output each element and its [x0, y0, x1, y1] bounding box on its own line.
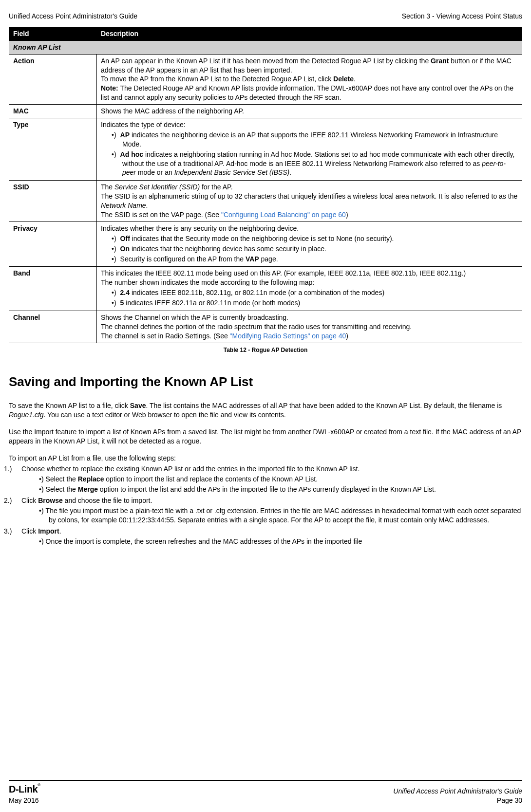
footer-date: May 2016: [9, 796, 40, 805]
footer-page: Page 30: [393, 796, 522, 805]
paragraph: To save the Known AP list to a file, cli…: [9, 401, 522, 420]
table-row: MAC Shows the MAC address of the neighbo…: [9, 105, 522, 118]
table-caption: Table 12 - Rogue AP Detection: [9, 346, 522, 354]
step-item: Click Browse and choose the file to impo…: [19, 496, 522, 525]
page-footer: D-Link® May 2016 Unified Access Point Ad…: [9, 780, 522, 805]
link-load-balancing[interactable]: "Configuring Load Balancing" on page 60: [221, 211, 346, 219]
dlink-logo: D-Link®: [9, 783, 40, 796]
paragraph: Use the Import feature to import a list …: [9, 427, 522, 446]
row-desc: Indicates whether there is any security …: [97, 221, 522, 267]
row-desc: An AP can appear in the Known AP List if…: [97, 54, 522, 104]
row-label: Privacy: [9, 221, 97, 267]
row-label: Type: [9, 118, 97, 181]
row-label: MAC: [9, 105, 97, 118]
row-desc: This indicates the IEEE 802.11 mode bein…: [97, 267, 522, 311]
th-desc: Description: [97, 27, 522, 40]
row-label: Channel: [9, 311, 97, 343]
table-row: Privacy Indicates whether there is any s…: [9, 221, 522, 267]
subheader-cell: Known AP List: [9, 40, 522, 54]
rogue-ap-table: Field Description Known AP List Action A…: [9, 27, 522, 343]
step-item: Click Import. Once the import is complet…: [19, 527, 522, 546]
row-desc: Shows the Channel on which the AP is cur…: [97, 311, 522, 343]
link-radio-settings[interactable]: "Modifying Radio Settings" on page 40: [230, 332, 346, 340]
row-label: Action: [9, 54, 97, 104]
footer-title: Unified Access Point Administrator's Gui…: [393, 787, 522, 796]
header-right: Section 3 - Viewing Access Point Status: [402, 12, 522, 21]
table-row: Band This indicates the IEEE 802.11 mode…: [9, 267, 522, 311]
table-row: Channel Shows the Channel on which the A…: [9, 311, 522, 343]
page-header: Unified Access Point Administrator's Gui…: [9, 12, 522, 21]
step-item: Choose whether to replace the existing K…: [19, 464, 522, 494]
row-label: Band: [9, 267, 97, 311]
steps-list: Choose whether to replace the existing K…: [9, 464, 522, 546]
row-desc: The Service Set Identifier (SSID) for th…: [97, 181, 522, 222]
section-title: Saving and Importing the Known AP List: [9, 373, 522, 390]
row-desc: Shows the MAC address of the neighboring…: [97, 105, 522, 118]
paragraph: To import an AP List from a file, use th…: [9, 454, 522, 463]
th-field: Field: [9, 27, 97, 40]
table-row: Type Indicates the type of device: AP in…: [9, 118, 522, 181]
row-desc: Indicates the type of device: AP indicat…: [97, 118, 522, 181]
row-label: SSID: [9, 181, 97, 222]
table-row: Action An AP can appear in the Known AP …: [9, 54, 522, 104]
table-row: SSID The Service Set Identifier (SSID) f…: [9, 181, 522, 222]
header-left: Unified Access Point Administrator's Gui…: [9, 12, 137, 21]
subheader-row: Known AP List: [9, 40, 522, 54]
